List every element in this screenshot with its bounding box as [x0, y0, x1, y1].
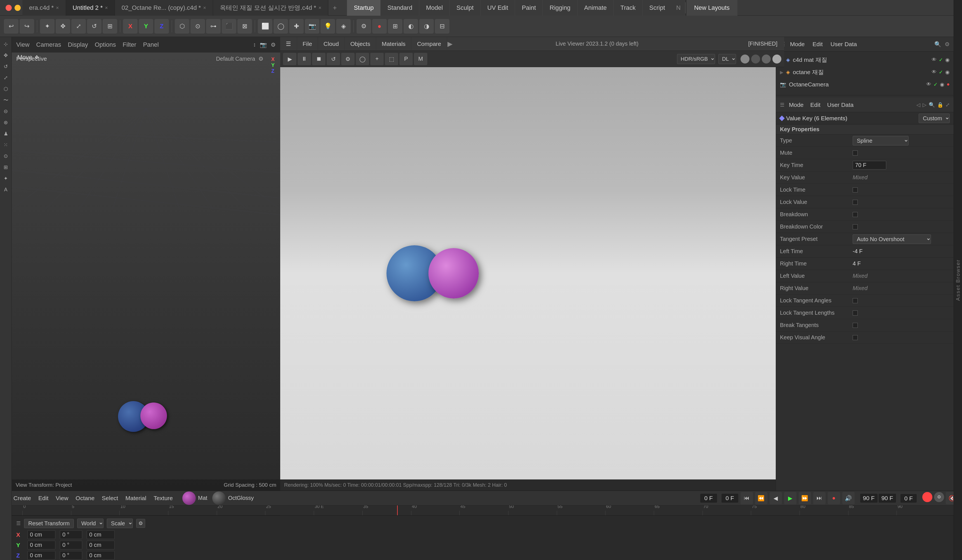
obj-vis-check[interactable]: ✓: [939, 57, 943, 63]
tab-octane-copy[interactable]: 02_Octane Re... (copy).c4d * ×: [115, 0, 213, 16]
om-settings-icon[interactable]: ⚙: [945, 41, 950, 48]
lt-scale[interactable]: ⤢: [1, 73, 11, 83]
layout-tab-startup[interactable]: Startup: [347, 0, 380, 16]
render-mode-select[interactable]: DL: [718, 54, 736, 64]
vp-menu-cameras[interactable]: Cameras: [36, 41, 61, 48]
lt-rotate[interactable]: ↺: [1, 61, 11, 72]
render-settings-button[interactable]: ⚙: [357, 19, 371, 34]
transform-settings-icon[interactable]: ⚙: [136, 519, 145, 528]
vp-menu-filter[interactable]: Filter: [123, 41, 136, 48]
ov-grid-btn[interactable]: ⬚: [385, 53, 398, 65]
lt-nurbs[interactable]: ⊝: [1, 106, 11, 116]
step-back-button[interactable]: ⏪: [755, 492, 767, 504]
obj-row-octane-mat[interactable]: ▶ ◈ octane 재질 👁 ✓ ◉: [776, 66, 954, 78]
layout-tab-rigging[interactable]: Rigging: [542, 0, 577, 16]
camera-settings-icon[interactable]: ⚙: [258, 56, 263, 62]
om-search-icon[interactable]: 🔍: [934, 41, 941, 48]
lt-tag[interactable]: A: [1, 185, 11, 195]
key-props-dropdown[interactable]: Custom: [918, 114, 950, 123]
tl-menu-texture[interactable]: Texture: [151, 495, 175, 502]
extra-btn-2[interactable]: ⚙: [934, 492, 944, 502]
lt-deform[interactable]: ⊛: [1, 118, 11, 127]
obj-row-octanecam[interactable]: 📷 OctaneCamera 👁 ✓ ◉ ●: [776, 78, 954, 90]
om-menu-userdata[interactable]: User Data: [828, 41, 860, 48]
layout-tab-script[interactable]: Script: [642, 0, 672, 16]
kp-forward-icon[interactable]: ▷: [923, 102, 926, 108]
new-layouts-button[interactable]: New Layouts: [686, 0, 738, 16]
ov-menu-objects[interactable]: Objects: [345, 37, 376, 51]
tl-menu-select[interactable]: Select: [100, 495, 120, 502]
rotate-tool-button[interactable]: ↺: [87, 19, 102, 34]
obj-vis-check[interactable]: ✓: [939, 69, 943, 75]
render-view-button[interactable]: ⊞: [388, 19, 402, 34]
cube-button[interactable]: ⬜: [258, 19, 273, 34]
x-angle-input[interactable]: [60, 530, 82, 539]
play-back-button[interactable]: ◀: [770, 492, 782, 504]
kp-back-icon[interactable]: ◁: [917, 102, 920, 108]
layout-tab-sculpt[interactable]: Sculpt: [449, 0, 480, 16]
ov-menu-cloud[interactable]: Cloud: [318, 37, 345, 51]
ov-color-4[interactable]: [772, 55, 781, 63]
playhead[interactable]: [397, 505, 398, 515]
kp-checkbox-locktime[interactable]: [853, 187, 858, 192]
ov-color-3[interactable]: [762, 55, 771, 63]
kp-input-keytime[interactable]: [853, 161, 886, 169]
step-forward-button[interactable]: ⏩: [799, 492, 811, 504]
move-tool-button[interactable]: ✥: [56, 19, 70, 34]
kp-checkbox-locktangentangles[interactable]: [853, 298, 858, 303]
null-button[interactable]: ✚: [289, 19, 304, 34]
camera-button[interactable]: 📷: [305, 19, 320, 34]
tl-menu-create[interactable]: Create: [11, 495, 33, 502]
undo-button[interactable]: ↩: [4, 19, 18, 34]
layout-tab-standard[interactable]: Standard: [380, 0, 419, 16]
current-frame-display[interactable]: 0 F: [901, 494, 917, 503]
z-scale-input[interactable]: [87, 551, 115, 560]
sphere-button[interactable]: ◯: [273, 19, 288, 34]
vp-menu-view[interactable]: View: [16, 41, 29, 48]
kp-checkbox-keepvisualangle[interactable]: [853, 335, 858, 340]
kp-checkbox-mute[interactable]: [853, 150, 858, 155]
layout-tab-track[interactable]: Track: [613, 0, 642, 16]
om-menu-edit[interactable]: Edit: [810, 41, 826, 48]
ov-refresh-btn[interactable]: ↺: [327, 53, 340, 65]
layout-tab-model[interactable]: Model: [419, 0, 449, 16]
tab-close-icon[interactable]: ×: [203, 5, 206, 11]
tab-main[interactable]: 옥테인 재질 모션 실시간 반영.c4d * ×: [213, 0, 328, 16]
x-input[interactable]: [27, 530, 55, 539]
kp-hamburger[interactable]: ☰: [780, 102, 784, 108]
ov-p-btn[interactable]: P: [399, 53, 413, 65]
ov-play-btn[interactable]: ▶: [283, 53, 297, 65]
current-time-2[interactable]: 0 F: [722, 494, 738, 503]
ov-stop-btn[interactable]: ⏹: [312, 53, 326, 65]
light-button[interactable]: 💡: [321, 19, 335, 34]
ov-menu-materials[interactable]: Materials: [376, 37, 412, 51]
tl-menu-edit[interactable]: Edit: [36, 495, 51, 502]
vp-menu-options[interactable]: Options: [95, 41, 116, 48]
om-menu-mode[interactable]: Mode: [787, 41, 808, 48]
tab-close-icon[interactable]: ×: [318, 5, 321, 11]
kp-checkbox-breakdown[interactable]: [853, 212, 858, 217]
render-all-button[interactable]: ⊟: [435, 19, 449, 34]
audio-button[interactable]: 🔊: [842, 492, 855, 504]
new-tab-button[interactable]: +: [328, 4, 341, 12]
ov-settings-btn[interactable]: ⚙: [341, 53, 355, 65]
kp-type-select[interactable]: Spline: [853, 136, 909, 145]
y-scale-input[interactable]: [87, 541, 115, 549]
kp-lock-icon[interactable]: 🔒: [937, 102, 943, 108]
vp-menu-panel[interactable]: Panel: [143, 41, 158, 48]
extra-btn-1[interactable]: [922, 492, 932, 502]
z-input[interactable]: [27, 551, 55, 560]
render-button[interactable]: ●: [372, 19, 387, 34]
transform-hamburger[interactable]: ☰: [16, 520, 21, 526]
kp-checkbox-lockvalue[interactable]: [853, 200, 858, 205]
scale-select[interactable]: Scale: [107, 519, 133, 528]
transform-button[interactable]: ⊞: [103, 19, 117, 34]
kp-mode-userdata[interactable]: User Data: [825, 102, 856, 108]
obj-vis-render[interactable]: ◉: [945, 57, 950, 63]
reset-transform-button[interactable]: Reset Transform: [24, 519, 74, 528]
lt-camera[interactable]: ⊞: [1, 162, 11, 172]
obj-vis-eye[interactable]: 👁: [931, 69, 936, 75]
vp-icon-settings[interactable]: ⚙: [271, 41, 276, 48]
obj-vis-render[interactable]: ◉: [945, 69, 950, 75]
goto-start-button[interactable]: ⏮: [741, 492, 753, 504]
